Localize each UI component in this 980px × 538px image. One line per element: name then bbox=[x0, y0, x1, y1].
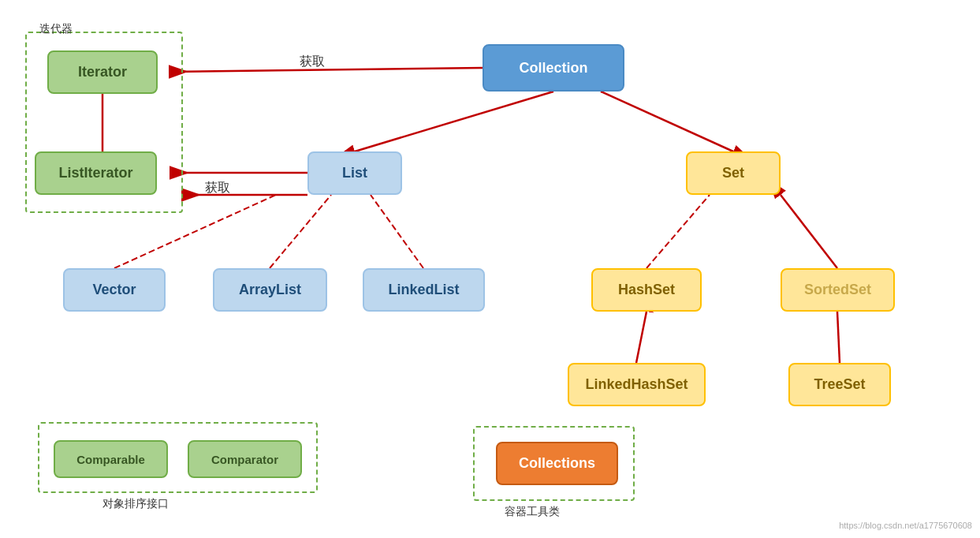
svg-line-10 bbox=[270, 195, 331, 268]
treeset-node: TreeSet bbox=[788, 363, 891, 406]
iterator-label: 迭代器 bbox=[39, 22, 73, 36]
linkedlist-node: LinkedList bbox=[363, 268, 485, 312]
comparator-node: Comparator bbox=[188, 440, 302, 478]
svg-line-12 bbox=[647, 195, 710, 268]
svg-line-5 bbox=[355, 92, 553, 151]
svg-line-14 bbox=[636, 312, 647, 363]
get-iterator-label: 获取 bbox=[300, 54, 325, 70]
svg-line-15 bbox=[837, 312, 840, 363]
comparable-node: Comparable bbox=[54, 440, 168, 478]
iterator-node: Iterator bbox=[47, 50, 158, 94]
svg-line-13 bbox=[781, 195, 837, 268]
get-listiterator-label: 获取 bbox=[205, 180, 230, 196]
sortedset-node: SortedSet bbox=[781, 268, 895, 312]
linkedhashset-node: LinkedHashSet bbox=[568, 363, 706, 406]
watermark: https://blog.csdn.net/a1775670608 bbox=[839, 521, 972, 530]
list-node: List bbox=[307, 151, 402, 195]
arraylist-node: ArrayList bbox=[213, 268, 327, 312]
listiterator-node: ListIterator bbox=[35, 151, 157, 195]
collections-node: Collections bbox=[496, 442, 618, 485]
sort-label: 对象排序接口 bbox=[102, 497, 169, 511]
svg-line-6 bbox=[601, 92, 733, 151]
container-label: 容器工具类 bbox=[505, 505, 560, 519]
svg-line-11 bbox=[371, 195, 423, 268]
vector-node: Vector bbox=[63, 268, 166, 312]
svg-line-4 bbox=[169, 68, 483, 72]
hashset-node: HashSet bbox=[591, 268, 702, 312]
set-node: Set bbox=[686, 151, 781, 195]
collection-node: Collection bbox=[483, 44, 624, 92]
